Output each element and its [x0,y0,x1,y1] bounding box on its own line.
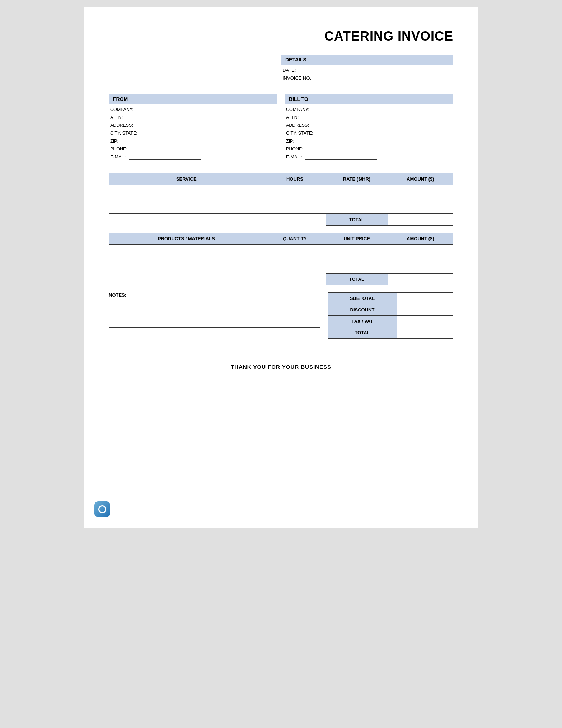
from-phone-label: PHONE: [110,147,127,152]
from-phone-line: PHONE: [109,147,277,152]
products-amount-col-header: AMOUNT ($) [388,233,453,245]
subtotal-row: SUBTOTAL [328,293,453,304]
invoice-no-label: INVOICE NO. [282,75,311,81]
quantity-col-header: QUANTITY [264,233,326,245]
date-line: DATE: [281,68,453,73]
hours-col-header: HOURS [264,173,326,185]
details-box: DETAILS DATE: INVOICE NO. [281,55,453,83]
bill-phone-value[interactable] [306,147,378,152]
notes-line-2[interactable] [109,305,320,313]
discount-value[interactable] [397,304,453,316]
service-total-value[interactable] [388,214,453,226]
rate-cell[interactable] [326,185,388,214]
service-total-spacer [109,214,326,226]
products-amount-cell[interactable] [388,245,453,273]
from-city-state-value[interactable] [140,131,212,136]
unit-price-cell[interactable] [326,245,388,273]
notes-summary-section: NOTES: SUBTOTAL DISCOUNT [109,292,453,339]
service-table: SERVICE HOURS RATE ($/HR) AMOUNT ($) [109,173,453,214]
service-amount-cell[interactable] [388,185,453,214]
date-value[interactable] [299,68,363,73]
products-col-header: PRODUCTS / MATERIALS [109,233,264,245]
bill-address-line: ADDRESS: [285,123,453,128]
from-city-state-line: CITY, STATE: [109,131,277,136]
from-zip-label: ZIP: [110,139,118,144]
products-total-label: TOTAL [326,274,388,285]
products-total-spacer [109,274,326,285]
notes-label-text: NOTES: [109,292,126,298]
products-table: PRODUCTS / MATERIALS QUANTITY UNIT PRICE… [109,233,453,273]
from-company-line: COMPANY: [109,107,277,112]
notes-line-3[interactable] [109,320,320,328]
service-total-label: TOTAL [326,214,388,226]
bill-attn-value[interactable] [301,115,373,120]
from-email-value[interactable] [129,154,201,160]
from-zip-value[interactable] [121,139,171,144]
bill-address-label: ADDRESS: [286,123,309,128]
bill-to-box: BILL TO COMPANY: ATTN: ADDRESS: CITY, ST… [285,94,453,162]
bill-email-line: E-MAIL: [285,154,453,160]
bill-zip-line: ZIP: [285,139,453,144]
from-attn-label: ATTN: [110,115,123,120]
summary-table: SUBTOTAL DISCOUNT TAX / VAT TOTAL [328,292,453,339]
service-table-wrapper: SERVICE HOURS RATE ($/HR) AMOUNT ($) TO [109,173,453,226]
products-total-value[interactable] [388,274,453,285]
rate-col-header: RATE ($/HR) [326,173,388,185]
from-email-label: E-MAIL: [110,154,126,159]
app-icon [94,501,110,517]
from-header: FROM [109,94,277,104]
total-label: TOTAL [328,327,397,339]
bill-phone-line: PHONE: [285,147,453,152]
hours-cell[interactable] [264,185,326,214]
bill-email-value[interactable] [305,154,377,160]
discount-row: DISCOUNT [328,304,453,316]
notes-label-line: NOTES: [109,292,320,298]
bill-city-state-line: CITY, STATE: [285,131,453,136]
from-address-label: ADDRESS: [110,123,133,128]
notes-line-1[interactable] [129,292,237,298]
bill-email-label: E-MAIL: [286,154,302,159]
bill-address-value[interactable] [312,123,383,128]
tax-row: TAX / VAT [328,316,453,327]
notes-section: NOTES: [109,292,320,339]
service-cell[interactable] [109,185,264,214]
bill-to-header: BILL TO [285,94,453,104]
from-address-value[interactable] [136,123,207,128]
products-total-row: TOTAL [109,273,453,285]
bill-zip-value[interactable] [297,139,347,144]
from-bill-section: FROM COMPANY: ATTN: ADDRESS: CITY, STATE… [109,94,453,162]
app-icon-inner [98,505,106,513]
details-section: DETAILS DATE: INVOICE NO. [109,55,453,83]
total-value[interactable] [397,327,453,339]
total-row: TOTAL [328,327,453,339]
from-company-label: COMPANY: [110,107,134,112]
bill-phone-label: PHONE: [286,147,303,152]
bill-city-state-value[interactable] [316,131,388,136]
bill-zip-label: ZIP: [286,139,294,144]
bill-attn-label: ATTN: [286,115,299,120]
subtotal-value[interactable] [397,293,453,304]
summary-section: SUBTOTAL DISCOUNT TAX / VAT TOTAL [328,292,453,339]
service-col-header: SERVICE [109,173,264,185]
date-label: DATE: [282,68,296,73]
tax-value[interactable] [397,316,453,327]
from-company-value[interactable] [136,107,208,112]
details-header: DETAILS [281,55,453,65]
from-zip-line: ZIP: [109,139,277,144]
bill-company-line: COMPANY: [285,107,453,112]
from-box: FROM COMPANY: ATTN: ADDRESS: CITY, STATE… [109,94,277,162]
bill-company-value[interactable] [312,107,384,112]
invoice-no-value[interactable] [314,75,350,81]
service-total-row: TOTAL [109,214,453,226]
invoice-title: CATERING INVOICE [109,29,453,44]
from-phone-value[interactable] [130,147,202,152]
from-address-line: ADDRESS: [109,123,277,128]
from-attn-value[interactable] [126,115,197,120]
bill-attn-line: ATTN: [285,115,453,120]
thank-you-text: THANK YOU FOR YOUR BUSINESS [109,364,453,370]
quantity-cell[interactable] [264,245,326,273]
products-data-row [109,245,453,273]
product-cell[interactable] [109,245,264,273]
from-city-state-label: CITY, STATE: [110,131,137,136]
bill-city-state-label: CITY, STATE: [286,131,313,136]
